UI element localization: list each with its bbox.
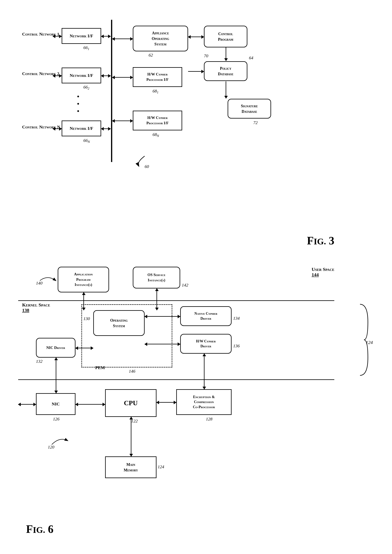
separator-user-kernel [18, 300, 334, 301]
num-72: 72 [253, 120, 258, 125]
os-box: OperatingSystem [93, 310, 145, 336]
signature-db-box: SignatureDatabase [228, 99, 271, 119]
num-124-mem: 124 [158, 464, 164, 470]
arrow-nifn-div [101, 128, 111, 129]
num-142: 142 [182, 282, 188, 288]
os-service-label: OS ServiceInstance(s) [147, 272, 166, 283]
arrow-cpu-enc [156, 402, 176, 403]
ellipsis-dots: ••• [77, 93, 80, 115]
fig6-label: FIG. 6 [26, 523, 54, 535]
num-136: 136 [233, 344, 240, 349]
num-140: 140 [36, 281, 42, 286]
num-66-2: 662 [83, 84, 89, 90]
hw-cypher-driver-label: H/W CypherDriver [196, 339, 216, 349]
cpu-label: CPU [124, 399, 138, 407]
arrow-app-os [83, 292, 84, 310]
num-66-1: 661 [83, 45, 89, 51]
arrow-hwcd-enc [204, 354, 204, 389]
os-service-box: OS ServiceInstance(s) [133, 267, 180, 288]
num-134: 134 [233, 316, 240, 321]
num-120: 120 [48, 445, 54, 450]
arrow-div-hwif1 [112, 77, 133, 78]
num-128: 128 [206, 416, 212, 422]
arrow-aos-cp [188, 36, 204, 37]
os-label: OperatingSystem [110, 317, 128, 329]
arrow-os-hwcd [145, 344, 180, 344]
arrow-ossvc-os [156, 288, 157, 310]
arrow-nif2-div [101, 76, 111, 76]
num-60: 60 [145, 164, 149, 169]
arrow-os-nicdrv [76, 348, 93, 348]
app-program-label: ApplicationProgramInstance(s) [74, 272, 93, 288]
arrow-ext-nic [18, 404, 36, 405]
hw-cypher-if-n-label: H/W CypherProcessor I/F [147, 115, 168, 126]
page: Control Network 1 Control Network 2 Cont… [0, 0, 392, 554]
arrow-cn2-nif2 [53, 76, 62, 76]
fig3-label: FIG. 3 [307, 234, 334, 247]
encryption-box: Encryption &CompressionCo-Processor [176, 389, 231, 415]
hw-cypher-driver-box: H/W CypherDriver [180, 334, 231, 354]
num-64: 64 [249, 55, 253, 60]
control-program-box: ControlProgram [204, 26, 247, 47]
arrow-cn1-nif1 [53, 36, 62, 36]
user-space-label: User Space 144 [312, 267, 334, 277]
network-if-1-box: Network I/F [62, 28, 101, 44]
control-program-label: ControlProgram [218, 31, 233, 42]
arrow-nif1-div [101, 36, 111, 36]
num-124-brace: 124 [366, 340, 373, 345]
encryption-label: Encryption &CompressionCo-Processor [193, 394, 215, 410]
arrow-nicdrv-nic [56, 358, 56, 393]
num-62: 62 [149, 53, 153, 58]
hw-cypher-if-1-label: H/W CypherProcessor I/F [147, 72, 168, 82]
arrow-cpu-mem [131, 417, 131, 456]
main-memory-label: MainMemory [124, 462, 138, 473]
native-cypher-driver-label: Native CypherDriver [194, 311, 217, 321]
num-146: 146 [129, 369, 135, 374]
network-if-n-box: Network I/F [62, 120, 101, 136]
nic-driver-label: NIC Driver [46, 345, 65, 351]
kernel-space-label: Kernel Space 138 [22, 302, 50, 313]
num-68-n: 68N [153, 132, 159, 138]
arrow-div-hwifn [112, 120, 133, 121]
vertical-divider [111, 20, 112, 162]
num-126: 126 [53, 416, 59, 422]
arrow-cp-pdb [226, 47, 226, 61]
figure-6: User Space 144 ApplicationProgramInstanc… [18, 263, 374, 539]
arrow-nic-cpu [76, 404, 105, 405]
nic-driver-box: NIC Driver [36, 338, 76, 358]
arrow-div-aos [112, 39, 133, 39]
native-cypher-driver-box: Native CypherDriver [180, 306, 231, 326]
hw-cypher-if-1-box: H/W CypherProcessor I/F [133, 67, 182, 87]
hw-cypher-if-n-box: H/W CypherProcessor I/F [133, 111, 182, 130]
num-66-n: 66N [83, 138, 90, 144]
arrow-os-ncd [145, 316, 180, 317]
nic-label: NIC [52, 401, 60, 407]
network-if-2-box: Network I/F [62, 68, 101, 83]
app-program-box: ApplicationProgramInstance(s) [58, 267, 109, 292]
num-132: 132 [36, 359, 42, 364]
nic-box: NIC [36, 393, 76, 415]
signature-db-label: SignatureDatabase [241, 103, 258, 114]
figure-3: Control Network 1 Control Network 2 Cont… [18, 14, 374, 251]
appliance-os-label: ApplianceOperatingSystem [152, 30, 169, 47]
policy-db-box: PolicyDatabase [204, 61, 247, 81]
num-130: 130 [83, 316, 90, 321]
num-70: 70 [204, 53, 208, 58]
arrow-pdb-sdb [226, 81, 226, 98]
num-68-1: 681 [153, 89, 158, 94]
main-memory-box: MainMemory [105, 456, 156, 478]
separator-kernel-hw [18, 379, 334, 380]
cpu-box: CPU [105, 389, 156, 417]
arrow-cnn-nifn [53, 128, 62, 129]
policy-db-label: PolicyDatabase [218, 66, 234, 77]
pem-label: PEM [95, 365, 105, 370]
appliance-os-box: ApplianceOperatingSystem [133, 26, 188, 51]
arrow-pdb-aos [188, 71, 204, 72]
